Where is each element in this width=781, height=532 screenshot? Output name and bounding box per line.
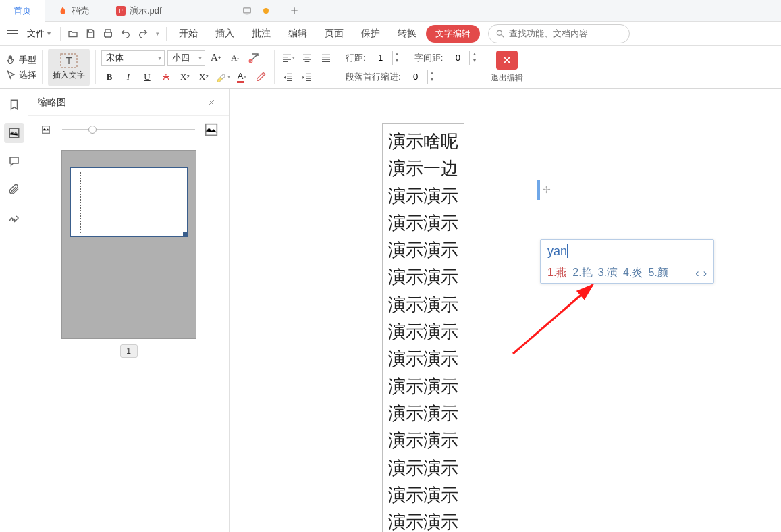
chevron-down-icon: ▾ — [198, 54, 202, 61]
undo-icon[interactable] — [117, 26, 134, 42]
thumbnail-button[interactable] — [4, 123, 24, 143]
search-input[interactable] — [509, 28, 622, 38]
new-tab-button[interactable] — [285, 1, 304, 20]
ime-candidate-1[interactable]: 1.燕 — [545, 266, 570, 280]
thumbnail-zoom-slider[interactable] — [62, 129, 195, 130]
tab-device-icon[interactable] — [238, 1, 257, 20]
ime-candidate-3[interactable]: 3.演 — [595, 266, 620, 280]
slider-knob[interactable] — [88, 126, 97, 134]
spin-down-icon[interactable]: ▾ — [469, 58, 479, 65]
svg-line-5 — [502, 34, 504, 37]
menu-protect[interactable]: 保护 — [353, 23, 388, 45]
indent-label: 段落首行缩进: — [346, 71, 401, 83]
redo-dropdown-icon[interactable]: ▾ — [153, 26, 162, 42]
thumb-small-icon[interactable] — [38, 122, 54, 138]
tab-document[interactable]: P 演示.pdf — [103, 0, 238, 22]
subscript-button[interactable]: X2 — [196, 69, 212, 85]
menu-convert[interactable]: 转换 — [389, 23, 425, 45]
comment-button[interactable] — [4, 151, 24, 171]
eyedropper-button[interactable] — [252, 69, 269, 85]
ime-candidate-4[interactable]: 4.炎 — [620, 266, 645, 280]
spin-up-icon[interactable]: ▴ — [392, 51, 402, 58]
italic-button[interactable]: I — [120, 69, 136, 85]
indent-input[interactable]: ▴▾ — [404, 70, 437, 84]
font-color-button[interactable]: A▾ — [234, 69, 250, 85]
font-name-value: 宋体 — [106, 52, 124, 64]
tab-daoke[interactable]: 稻壳 — [45, 0, 103, 22]
superscript-button[interactable]: X2 — [177, 69, 193, 85]
close-panel-button[interactable] — [203, 95, 219, 111]
search-box[interactable] — [488, 24, 630, 43]
spin-down-icon[interactable]: ▾ — [427, 77, 437, 84]
svg-text:P: P — [119, 7, 123, 14]
thumb-large-icon[interactable] — [203, 122, 219, 138]
clear-format-button[interactable] — [246, 50, 262, 66]
tab-status-dot — [257, 1, 275, 20]
font-name-select[interactable]: 宋体 ▾ — [101, 50, 165, 66]
bold-button[interactable]: B — [101, 69, 117, 85]
shrink-font-button[interactable]: A- — [227, 50, 243, 66]
save-icon[interactable] — [82, 26, 99, 42]
spin-up-icon[interactable]: ▴ — [427, 70, 437, 77]
text-line: 演示演示 — [388, 182, 458, 209]
tab-home[interactable]: 首页 — [0, 0, 45, 22]
menu-edit[interactable]: 编辑 — [280, 23, 315, 45]
menu-page[interactable]: 页面 — [317, 23, 352, 45]
hamburger-icon[interactable] — [4, 26, 20, 42]
thumbnail-page-1[interactable] — [61, 150, 196, 339]
text-line: 演示演示 — [388, 209, 458, 236]
menu-start[interactable]: 开始 — [171, 23, 206, 45]
increase-indent-button[interactable] — [299, 69, 315, 85]
line-spacing-value[interactable] — [369, 53, 392, 63]
text-line: 演示演示 — [388, 291, 458, 318]
attachment-button[interactable] — [4, 180, 24, 200]
text-line: 演示演示 — [388, 508, 458, 532]
divider — [60, 27, 61, 41]
content-area: 缩略图 1 演示啥呢 演示一边 演示演示 演示演示 演示演示 演示演示 演示演示 — [0, 89, 781, 532]
menu-annotate[interactable]: 批注 — [244, 23, 279, 45]
font-size-select[interactable]: 小四 ▾ — [167, 50, 205, 66]
underline-button[interactable]: U — [139, 69, 155, 85]
redo-icon[interactable] — [135, 26, 151, 42]
hand-tool[interactable]: 手型 — [5, 54, 36, 66]
align-center-button[interactable] — [299, 50, 315, 66]
align-justify-button[interactable] — [318, 50, 334, 66]
decrease-indent-button[interactable] — [280, 69, 296, 85]
highlight-button[interactable]: ▾ — [215, 69, 231, 85]
ime-candidate-5[interactable]: 5.颜 — [645, 266, 670, 280]
exit-edit-button[interactable] — [496, 51, 518, 70]
bookmark-button[interactable] — [4, 95, 24, 115]
print-icon[interactable] — [100, 26, 116, 42]
ime-prev-icon[interactable]: ‹ — [695, 267, 699, 280]
ime-next-icon[interactable]: › — [703, 267, 707, 280]
insert-text-button[interactable]: T 插入文字 — [48, 49, 90, 86]
kerning-input[interactable]: ▴▾ — [446, 51, 479, 65]
select-tool[interactable]: 选择 — [5, 69, 36, 81]
document-text-block[interactable]: 演示啥呢 演示一边 演示演示 演示演示 演示演示 演示演示 演示演示 演示演示 … — [382, 123, 464, 532]
hand-tool-label: 手型 — [19, 54, 36, 66]
flame-icon — [58, 6, 68, 16]
kerning-value[interactable] — [446, 53, 469, 63]
indent-value[interactable] — [404, 72, 427, 82]
line-spacing-label: 行距: — [346, 52, 366, 64]
panel-title: 缩略图 — [38, 97, 66, 109]
text-line: 演示一边 — [388, 155, 458, 182]
divider — [166, 27, 167, 41]
document-canvas[interactable]: 演示啥呢 演示一边 演示演示 演示演示 演示演示 演示演示 演示演示 演示演示 … — [230, 89, 781, 532]
grow-font-button[interactable]: A+ — [208, 50, 224, 66]
open-icon[interactable] — [65, 26, 81, 42]
line-spacing-input[interactable]: ▴▾ — [369, 51, 402, 65]
menu-insert[interactable]: 插入 — [207, 23, 242, 45]
ime-candidate-2[interactable]: 2.艳 — [570, 266, 595, 280]
menu-text-edit[interactable]: 文字编辑 — [426, 25, 480, 43]
file-menu[interactable]: 文件 ▾ — [22, 24, 56, 43]
spin-up-icon[interactable]: ▴ — [469, 51, 479, 58]
ime-popup[interactable]: yan 1.燕 2.艳 3.演 4.炎 5.颜 ‹ › — [540, 239, 714, 284]
text-line: 演示演示 — [388, 318, 458, 345]
ribbon: 手型 选择 T 插入文字 宋体 ▾ 小四 ▾ A+ A- B — [0, 46, 781, 89]
spin-down-icon[interactable]: ▾ — [392, 58, 402, 65]
align-left-button[interactable]: ▾ — [280, 50, 296, 66]
ime-input-text: yan — [541, 240, 713, 263]
strikethrough-button[interactable]: A — [158, 69, 174, 85]
signature-button[interactable] — [4, 208, 24, 228]
